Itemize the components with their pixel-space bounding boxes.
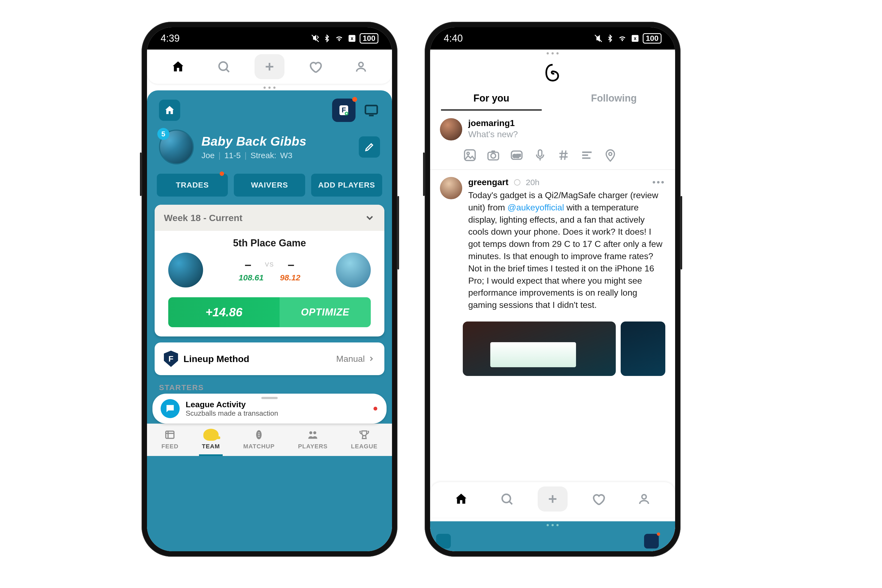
edit-team-button[interactable]: [359, 136, 380, 158]
background-app-preview[interactable]: [430, 521, 675, 551]
bottom-nav: FEED TEAM MATCHUP PLAYERS LEAGUE: [147, 424, 392, 456]
svg-rect-8: [365, 106, 377, 114]
matchup-card: Week 18 - Current 5th Place Game –VS– 10…: [154, 205, 384, 336]
mic-icon[interactable]: [533, 148, 547, 162]
post-more-icon[interactable]: •••: [652, 177, 665, 188]
tab-league[interactable]: LEAGUE: [351, 428, 378, 450]
nav-home-icon[interactable]: [163, 54, 193, 79]
wifi-icon: [334, 34, 344, 42]
camera-icon[interactable]: [486, 148, 500, 162]
battery-level: 100: [643, 33, 662, 44]
my-avatar[interactable]: [440, 118, 462, 141]
nav-activity-icon[interactable]: [584, 486, 614, 512]
week-selector[interactable]: Week 18 - Current: [154, 205, 384, 231]
add-players-button[interactable]: ADD PLAYERS: [311, 174, 382, 196]
post-time: 20h: [526, 178, 540, 187]
drag-handle-dots[interactable]: [430, 50, 675, 56]
chat-icon: [160, 399, 180, 418]
phone-left: 4:39 x 100 F: [141, 22, 398, 557]
svg-point-26: [642, 495, 646, 499]
tab-players[interactable]: PLAYERS: [298, 428, 328, 450]
tab-for-you[interactable]: For you: [430, 87, 553, 111]
owner-name: Joe: [201, 151, 214, 160]
fantasy-app: F 5 Baby Back Gibbs Joe| 11-5| Streak: W…: [147, 90, 392, 551]
tab-team[interactable]: TEAM: [202, 428, 220, 450]
tab-following[interactable]: Following: [553, 87, 675, 111]
svg-rect-9: [166, 431, 174, 438]
image-icon[interactable]: [463, 148, 477, 162]
nav-profile-icon[interactable]: [346, 54, 376, 79]
svg-line-13: [595, 35, 602, 42]
app-switcher-button[interactable]: F: [332, 99, 356, 122]
optimize-label: OPTIMIZE: [280, 306, 371, 318]
chevron-right-icon: [368, 355, 375, 363]
notification-dot: [220, 171, 224, 176]
chevron-down-icon: [364, 212, 375, 223]
post-image-2[interactable]: [621, 321, 665, 376]
streak-value: W3: [280, 151, 292, 160]
post-username[interactable]: greengart: [468, 177, 508, 187]
location-icon[interactable]: [603, 148, 617, 162]
poll-icon[interactable]: [580, 148, 594, 162]
my-team-avatar[interactable]: [168, 253, 203, 288]
streak-label: Streak:: [250, 151, 276, 160]
nav-activity-icon[interactable]: [300, 54, 330, 79]
signal-icon: x: [631, 34, 639, 42]
threads-logo[interactable]: [430, 56, 675, 87]
lineup-value: Manual: [336, 354, 365, 364]
notification-dot: [374, 407, 377, 411]
post-body: Today's gadget is a Qi2/MagSafe charger …: [468, 189, 665, 311]
wifi-icon: [617, 34, 627, 42]
my-score: –: [245, 258, 251, 272]
nav-create-icon[interactable]: [255, 54, 285, 79]
post-image-1[interactable]: [463, 321, 616, 376]
nav-profile-icon[interactable]: [629, 486, 659, 512]
post-images[interactable]: [430, 316, 675, 376]
shield-icon: F: [164, 351, 178, 367]
svg-point-11: [309, 431, 312, 434]
optimize-button[interactable]: +14.86 OPTIMIZE: [168, 297, 371, 327]
record: 11-5: [224, 151, 241, 160]
league-activity-toast[interactable]: League ActivityScuzballs made a transact…: [153, 394, 387, 424]
camera-cutout: [549, 30, 556, 36]
cast-icon[interactable]: [363, 103, 380, 117]
nav-create-icon[interactable]: [538, 486, 568, 512]
bluetooth-icon: [606, 34, 614, 43]
composer-placeholder[interactable]: What's new?: [468, 129, 665, 140]
trades-button[interactable]: TRADES: [157, 174, 228, 196]
lineup-method-row[interactable]: FLineup Method Manual: [154, 342, 384, 375]
my-username: joemaring1: [468, 118, 665, 128]
system-top-nav: [147, 50, 392, 84]
svg-text:x: x: [351, 36, 353, 41]
team-name: Baby Back Gibbs: [201, 134, 306, 148]
nav-home-icon[interactable]: [446, 486, 476, 512]
composer[interactable]: joemaring1 What's new?: [430, 111, 675, 143]
vs-label: VS: [265, 261, 274, 268]
mute-icon: [594, 34, 603, 43]
svg-point-12: [314, 431, 316, 434]
gif-icon[interactable]: GIF: [510, 148, 524, 162]
signal-icon: x: [348, 34, 356, 42]
drag-handle-dots[interactable]: [147, 84, 392, 90]
tab-matchup[interactable]: MATCHUP: [243, 428, 274, 450]
nav-search-icon[interactable]: [492, 486, 522, 512]
svg-point-25: [502, 494, 510, 502]
divider: [430, 170, 675, 170]
waivers-button[interactable]: WAIVERS: [234, 174, 305, 196]
composer-toolbar: GIF: [430, 143, 675, 170]
verified-icon: [513, 178, 521, 186]
app-home-button[interactable]: [159, 100, 180, 121]
drag-handle[interactable]: [261, 397, 278, 399]
nav-search-icon[interactable]: [209, 54, 239, 79]
post[interactable]: greengart 20h ••• Today's gadget is a Qi…: [430, 171, 675, 316]
toast-title: League Activity: [186, 400, 278, 409]
mute-icon: [310, 34, 320, 43]
opponent-avatar[interactable]: [336, 253, 371, 288]
post-avatar[interactable]: [440, 177, 462, 199]
hashtag-icon[interactable]: [556, 148, 571, 162]
svg-point-3: [219, 62, 227, 70]
clock: 4:39: [160, 33, 180, 44]
tab-feed[interactable]: FEED: [161, 428, 178, 450]
toast-subtitle: Scuzballs made a transaction: [186, 409, 278, 418]
mention-link[interactable]: @aukeyofficial: [507, 202, 564, 212]
